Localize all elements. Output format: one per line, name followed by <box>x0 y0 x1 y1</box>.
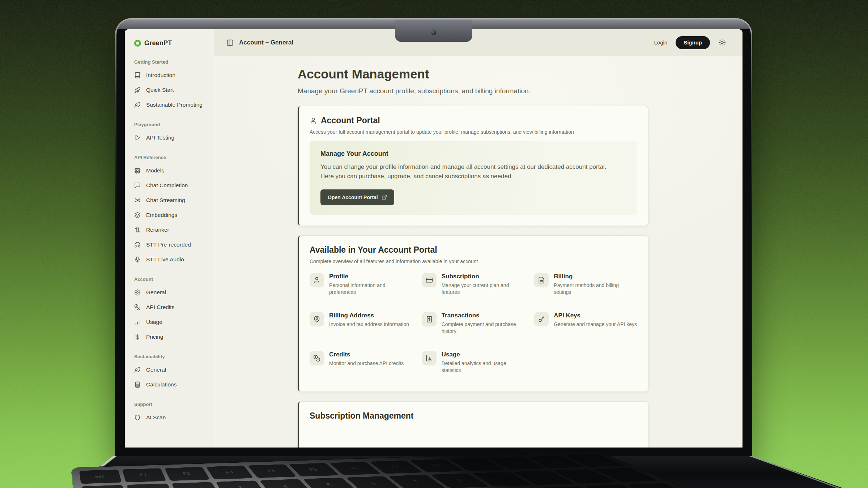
shield-icon <box>134 414 141 421</box>
desktop-background: GreenPT Getting StartedIntroductionQuick… <box>0 0 868 488</box>
sidebar-item-quick-start[interactable]: Quick Start <box>134 82 209 97</box>
feature-description: Monitor and purchase API credits <box>329 360 404 367</box>
sidebar-item-label: Chat Completion <box>146 182 188 189</box>
login-button[interactable]: Login <box>654 39 667 46</box>
laptop-key: 2 <box>171 482 220 488</box>
features-subtitle: Complete overview of all features and in… <box>310 258 637 264</box>
sidebar-item-api-testing[interactable]: API Testing <box>134 130 209 145</box>
laptop-key: P <box>541 486 609 488</box>
features-title: Available in Your Account Portal <box>310 245 637 255</box>
sidebar-item-calculations[interactable]: Calculations <box>134 377 209 392</box>
signup-button[interactable]: Signup <box>676 36 710 49</box>
sidebar-item-introduction[interactable]: Introduction <box>134 68 209 82</box>
sidebar-item-sustainable-prompting[interactable]: Sustainable Prompting <box>134 97 209 112</box>
laptop-key: 8 <box>430 474 489 488</box>
sidebar-item-stt-pre-recorded[interactable]: STT Pre-recorded <box>134 237 209 252</box>
laptop-notch <box>395 20 472 42</box>
credit-card-icon <box>426 277 433 284</box>
sidebar-item-label: Embeddings <box>146 212 177 218</box>
key-icon <box>538 316 545 323</box>
feature-title: API Keys <box>554 312 637 319</box>
laptop-key: 9 <box>472 472 532 487</box>
feature-title: Profile <box>329 273 413 280</box>
sidebar-item-reranker[interactable]: Reranker <box>134 222 209 237</box>
panel-left-icon <box>226 39 234 46</box>
sidebar-item-pricing[interactable]: Pricing <box>134 329 209 344</box>
sidebar-item-usage[interactable]: Usage <box>134 314 209 329</box>
feature-subscription: SubscriptionManage your current plan and… <box>422 273 525 304</box>
feature-icon-tile <box>422 312 437 326</box>
calculator-icon <box>134 381 141 388</box>
sidebar-item-models[interactable]: Models <box>134 163 209 178</box>
receipt-icon <box>426 316 433 323</box>
external-link-icon <box>382 194 387 200</box>
manage-account-title: Manage Your Account <box>320 150 626 158</box>
subscription-management-card: Subscription Management <box>298 401 648 448</box>
brand-name: GreenPT <box>144 39 172 47</box>
sidebar-item-label: Reranker <box>146 227 169 233</box>
manage-account-panel: Manage Your Account You can change your … <box>310 141 637 215</box>
feature-title: Credits <box>329 351 404 358</box>
camera-icon <box>431 30 436 35</box>
message-icon <box>134 182 141 189</box>
laptop-key: esc <box>79 470 122 484</box>
sidebar-item-ai-scan[interactable]: AI Scan <box>134 410 209 425</box>
feature-icon-tile <box>534 273 549 287</box>
laptop-key: F3 <box>206 466 254 479</box>
content-column: Account Management Manage your GreenPT a… <box>298 67 648 448</box>
feature-description: Personal information and preferences <box>329 282 413 296</box>
keyboard-row: tabQWERTYUIOP[] <box>84 483 697 488</box>
feature-icon-tile <box>534 312 549 326</box>
sidebar-nav: Getting StartedIntroductionQuick StartSu… <box>134 59 209 425</box>
leaf-icon <box>134 102 141 108</box>
sidebar-item-label: Models <box>146 167 164 174</box>
feature-text: UsageDetailed analytics and usage statis… <box>442 351 525 374</box>
page-title: Account Management <box>298 67 648 81</box>
sidebar-item-embeddings[interactable]: Embeddings <box>134 207 209 222</box>
feature-icon-tile <box>310 273 324 287</box>
page-breadcrumb-title: Account – General <box>239 39 293 46</box>
user-icon <box>313 277 320 284</box>
file-text-icon <box>538 277 545 284</box>
sidebar-item-label: Chat Streaming <box>146 197 185 204</box>
sidebar-item-api-credits[interactable]: API Credits <box>134 300 209 314</box>
topbar-left: Account – General <box>226 39 293 46</box>
theme-toggle-button[interactable] <box>718 39 726 46</box>
laptop-screen: GreenPT Getting StartedIntroductionQuick… <box>115 18 752 456</box>
feature-title: Subscription <box>442 273 525 280</box>
sidebar-item-general[interactable]: General <box>134 362 209 377</box>
sidebar-section: SustainabilityGeneralCalculations <box>134 354 209 392</box>
page-content: Account Management Manage your GreenPT a… <box>214 56 743 448</box>
feature-profile: ProfilePersonal information and preferen… <box>310 273 413 304</box>
sidebar-section-title: Playground <box>134 122 209 127</box>
sidebar-item-label: Usage <box>146 319 162 325</box>
laptop-key: F10 <box>488 457 545 470</box>
layers-icon <box>134 212 141 218</box>
sidebar-toggle-button[interactable] <box>226 39 234 46</box>
main-area: Account – General Login Signup <box>214 29 743 448</box>
laptop-key: F7 <box>370 461 423 474</box>
manage-account-body: You can change your profile information … <box>320 162 610 181</box>
sidebar-section: AccountGeneralAPI CreditsUsagePricing <box>134 277 209 344</box>
sidebar-item-chat-completion[interactable]: Chat Completion <box>134 178 209 193</box>
laptop-key: F9 <box>449 458 505 471</box>
sidebar-item-label: AI Scan <box>146 414 166 421</box>
feature-title: Billing Address <box>329 312 409 319</box>
feature-icon-tile <box>310 312 324 326</box>
laptop-base: escF1F2F3F4F5F6F7F8F9F10F11F12`123456789… <box>76 456 843 488</box>
feature-icon-tile <box>422 273 437 287</box>
laptop-key: [ <box>584 485 653 488</box>
laptop-key: 7 <box>388 475 446 488</box>
feature-billing-address: Billing AddressInvoice and tax address i… <box>310 312 413 343</box>
sidebar-item-stt-live-audio[interactable]: STT Live Audio <box>134 252 209 267</box>
sidebar-item-chat-streaming[interactable]: Chat Streaming <box>134 193 209 207</box>
feature-usage: UsageDetailed analytics and usage statis… <box>422 351 525 382</box>
feature-description: Manage your current plan and features <box>442 282 525 296</box>
open-account-portal-button[interactable]: Open Account Portal <box>320 189 394 205</box>
feature-text: SubscriptionManage your current plan and… <box>442 273 525 296</box>
laptop-key: 6 <box>346 476 401 488</box>
sidebar: GreenPT Getting StartedIntroductionQuick… <box>125 29 214 448</box>
map-pin-icon <box>313 316 320 323</box>
sidebar-item-general[interactable]: General <box>134 285 209 300</box>
brand[interactable]: GreenPT <box>134 37 209 50</box>
